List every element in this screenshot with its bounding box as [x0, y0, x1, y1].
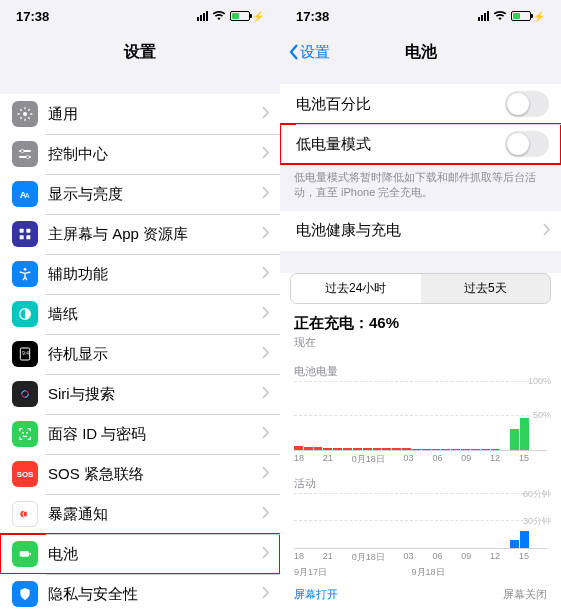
toggle-lowpower[interactable]	[505, 131, 549, 157]
row-label: 暴露通知	[48, 505, 262, 524]
row-label: 控制中心	[48, 145, 262, 164]
row-standby[interactable]: 9:4待机显示	[0, 334, 280, 374]
bar	[520, 418, 529, 450]
chevron-right-icon	[262, 465, 270, 483]
chevron-right-icon	[262, 145, 270, 163]
row-home[interactable]: 主屏幕与 App 资源库	[0, 214, 280, 254]
svg-point-18	[23, 432, 24, 433]
home-icon	[12, 221, 38, 247]
row-battery[interactable]: 电池	[0, 534, 280, 574]
status-time: 17:38	[16, 9, 49, 24]
settings-list: 通用控制中心AA显示与亮度主屏幕与 App 资源库辅助功能墙纸9:4待机显示Si…	[0, 94, 280, 611]
bar	[520, 531, 529, 548]
bar	[451, 449, 460, 450]
display-icon: AA	[12, 181, 38, 207]
row-accessibility[interactable]: 辅助功能	[0, 254, 280, 294]
battery-icon	[511, 11, 531, 21]
legend: 屏幕打开 屏幕关闭	[280, 587, 561, 606]
bar	[363, 448, 372, 449]
row-label: SOS 紧急联络	[48, 465, 262, 484]
bar	[323, 448, 332, 450]
row-label: 通用	[48, 105, 262, 124]
date-axis: 9月17日9月18日	[294, 566, 547, 579]
level-chart-label: 电池电量	[294, 364, 547, 379]
charge-icon: ⚡	[252, 11, 264, 22]
time-range-tabs: 过去24小时 过去5天	[290, 273, 551, 304]
bar	[373, 448, 382, 449]
back-label: 设置	[300, 43, 330, 62]
back-button[interactable]: 设置	[288, 43, 330, 62]
page-title: 设置	[124, 42, 156, 63]
signal-icon	[478, 11, 489, 21]
charging-sub: 现在	[294, 335, 547, 350]
activity-chart: 60分钟 30分钟	[294, 493, 547, 549]
row-label: 电池百分比	[292, 95, 505, 114]
bar	[510, 540, 519, 547]
wallpaper-icon	[12, 301, 38, 327]
row-faceid[interactable]: 面容 ID 与密码	[0, 414, 280, 454]
status-icons: ⚡	[197, 11, 264, 22]
row-siri[interactable]: Siri与搜索	[0, 374, 280, 414]
tab-5d[interactable]: 过去5天	[421, 274, 551, 303]
chevron-right-icon	[262, 345, 270, 363]
bar	[481, 449, 490, 450]
charging-status: 正在充电：46% 现在	[280, 310, 561, 354]
row-display[interactable]: AA显示与亮度	[0, 174, 280, 214]
bar	[353, 448, 362, 449]
charging-prefix: 正在充电：	[294, 314, 369, 331]
chevron-right-icon	[543, 222, 551, 240]
row-low-power[interactable]: 低电量模式	[280, 124, 561, 164]
bar	[491, 449, 500, 450]
svg-rect-8	[26, 229, 30, 233]
row-control[interactable]: 控制中心	[0, 134, 280, 174]
x-axis: 18210月18日0306091215	[294, 551, 547, 564]
control-icon	[12, 141, 38, 167]
row-label: 隐私与安全性	[48, 585, 262, 604]
bar	[304, 447, 313, 450]
activity-chart-label: 活动	[294, 476, 547, 491]
bar	[294, 446, 303, 449]
bar	[432, 449, 441, 450]
chevron-right-icon	[262, 265, 270, 283]
row-sos[interactable]: SOSSOS 紧急联络	[0, 454, 280, 494]
svg-text:A: A	[25, 192, 30, 199]
nav-bar: 设置	[0, 32, 280, 72]
toggle-percent[interactable]	[505, 91, 549, 117]
battery-icon	[12, 541, 38, 567]
row-label: Siri与搜索	[48, 385, 262, 404]
row-privacy[interactable]: 隐私与安全性	[0, 574, 280, 611]
row-label: 电池健康与充电	[292, 221, 543, 240]
legend-screen-on: 屏幕打开	[294, 587, 338, 602]
row-label: 低电量模式	[292, 135, 505, 154]
row-wallpaper[interactable]: 墙纸	[0, 294, 280, 334]
accessibility-icon	[12, 261, 38, 287]
bar	[402, 448, 411, 449]
exposure-icon	[12, 501, 38, 527]
row-label: 电池	[48, 545, 262, 564]
footnote-lowpower: 低电量模式将暂时降低如下载和邮件抓取等后台活动，直至 iPhone 完全充电。	[280, 164, 561, 211]
status-bar: 17:38 ⚡	[0, 0, 280, 32]
row-battery-health[interactable]: 电池健康与充电	[280, 211, 561, 251]
row-label: 面容 ID 与密码	[48, 425, 262, 444]
row-label: 主屏幕与 App 资源库	[48, 225, 262, 244]
chevron-right-icon	[262, 545, 270, 563]
bar	[461, 449, 470, 450]
privacy-icon	[12, 581, 38, 607]
chevron-right-icon	[262, 425, 270, 443]
chevron-right-icon	[262, 185, 270, 203]
row-battery-percent[interactable]: 电池百分比	[280, 84, 561, 124]
signal-icon	[197, 11, 208, 21]
wifi-icon	[212, 11, 226, 21]
siri-icon	[12, 381, 38, 407]
svg-rect-7	[20, 229, 24, 233]
row-label: 墙纸	[48, 305, 262, 324]
row-label: 待机显示	[48, 345, 262, 364]
tab-24h[interactable]: 过去24小时	[291, 274, 421, 303]
bar	[510, 429, 519, 450]
chevron-right-icon	[262, 225, 270, 243]
row-exposure[interactable]: 暴露通知	[0, 494, 280, 534]
svg-point-11	[24, 268, 27, 271]
chevron-right-icon	[262, 385, 270, 403]
row-general[interactable]: 通用	[0, 94, 280, 134]
svg-point-4	[26, 155, 29, 158]
